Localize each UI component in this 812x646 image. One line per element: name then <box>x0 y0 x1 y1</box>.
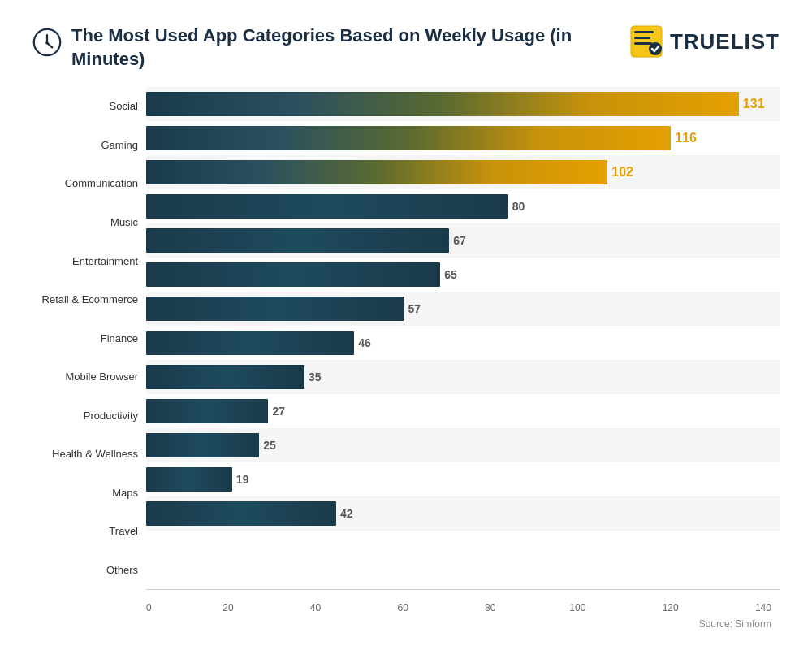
bar <box>146 433 259 457</box>
bar-wrapper: 35 <box>146 360 780 394</box>
clock-icon <box>32 28 62 57</box>
bar-row: 80 <box>146 189 780 223</box>
x-tick: 20 <box>222 602 233 613</box>
x-tick: 60 <box>397 602 408 613</box>
svg-rect-5 <box>634 31 654 33</box>
svg-rect-7 <box>634 42 652 45</box>
bar-wrapper: 25 <box>146 428 780 462</box>
bar-value: 57 <box>408 302 421 315</box>
bar-value: 80 <box>512 200 525 213</box>
chart-title: The Most Used App Categories Based on We… <box>71 24 629 71</box>
x-ticks: 020406080100120140 <box>146 602 780 613</box>
bar-row: 27 <box>146 394 780 428</box>
bar-row: 35 <box>146 360 780 394</box>
y-label: Finance <box>32 321 138 355</box>
bar-row: 42 <box>146 496 780 531</box>
bar-wrapper: 67 <box>146 223 780 258</box>
y-label: Gaming <box>32 128 138 162</box>
svg-point-3 <box>45 41 49 45</box>
bar <box>146 92 739 116</box>
bar-wrapper: 27 <box>146 394 780 428</box>
bar-row: 67 <box>146 223 780 258</box>
bar <box>146 262 440 287</box>
x-axis: 020406080100120140 <box>146 589 780 613</box>
bar-wrapper: 57 <box>146 292 780 326</box>
y-label: Social <box>32 89 138 124</box>
bar-row: 102 <box>146 155 780 189</box>
bar <box>146 194 508 219</box>
y-label: Mobile Browser <box>32 360 138 394</box>
x-tick: 0 <box>146 602 152 613</box>
bar-row: 131 <box>146 87 780 121</box>
bar-wrapper: 131 <box>146 87 780 121</box>
truelist-logo-icon <box>629 24 663 59</box>
bar-row: 25 <box>146 428 780 462</box>
bar <box>146 365 304 389</box>
bar <box>146 228 449 253</box>
bar-wrapper: 116 <box>146 121 780 155</box>
x-tick: 120 <box>663 602 679 613</box>
y-label: Entertainment <box>32 244 138 278</box>
bar-row: 116 <box>146 121 780 155</box>
bar <box>146 467 232 492</box>
bar <box>146 126 671 150</box>
header: The Most Used App Categories Based on We… <box>32 24 780 71</box>
y-axis-labels: SocialGamingCommunicationMusicEntertainm… <box>32 87 146 613</box>
bar-row: 46 <box>146 326 780 360</box>
bar <box>146 501 336 526</box>
bar-wrapper: 42 <box>146 496 780 531</box>
y-label: Communication <box>32 167 138 201</box>
bar <box>146 297 404 321</box>
logo-text: TRUELIST <box>670 29 780 54</box>
y-label: Health & Wellness <box>32 437 138 471</box>
bar-value: 46 <box>358 336 371 349</box>
bar <box>146 160 607 184</box>
y-label: Music <box>32 205 138 239</box>
bar-row: 19 <box>146 462 780 496</box>
x-tick: 100 <box>569 602 585 613</box>
bar-value: 27 <box>272 405 285 418</box>
chart-body: 13111610280676557463527251942 0204060801… <box>146 87 780 613</box>
source-text: Source: Simform <box>32 618 780 630</box>
bar-wrapper: 102 <box>146 155 780 189</box>
bar-row: 65 <box>146 258 780 292</box>
bar-value: 42 <box>340 507 353 520</box>
y-label: Retail & Ecommerce <box>32 283 138 317</box>
bar-value: 35 <box>309 371 322 384</box>
bar-wrapper: 19 <box>146 462 780 496</box>
bar-value: 116 <box>675 131 697 145</box>
y-label: Travel <box>32 514 138 548</box>
x-tick: 40 <box>310 602 321 613</box>
bar-value: 25 <box>263 439 276 452</box>
x-tick: 80 <box>485 602 495 613</box>
bar-wrapper: 65 <box>146 258 780 292</box>
bar-value: 131 <box>743 97 765 111</box>
bar-value: 102 <box>611 165 633 180</box>
bar-wrapper: 80 <box>146 189 780 223</box>
bar-wrapper: 46 <box>146 326 780 360</box>
bar <box>146 399 268 423</box>
svg-rect-6 <box>634 37 650 39</box>
bar-value: 65 <box>444 268 457 281</box>
title-block: The Most Used App Categories Based on We… <box>32 24 629 71</box>
y-label: Productivity <box>32 398 138 432</box>
y-label: Maps <box>32 475 138 509</box>
bar-row: 57 <box>146 292 780 326</box>
chart-area: SocialGamingCommunicationMusicEntertainm… <box>32 87 780 613</box>
bar <box>146 331 354 355</box>
y-label: Others <box>32 553 138 587</box>
bar-value: 19 <box>236 473 249 486</box>
bars-container: 13111610280676557463527251942 <box>146 87 780 589</box>
x-tick: 140 <box>755 602 771 613</box>
bar-value: 67 <box>453 234 466 247</box>
logo-block: TRUELIST <box>629 24 780 59</box>
